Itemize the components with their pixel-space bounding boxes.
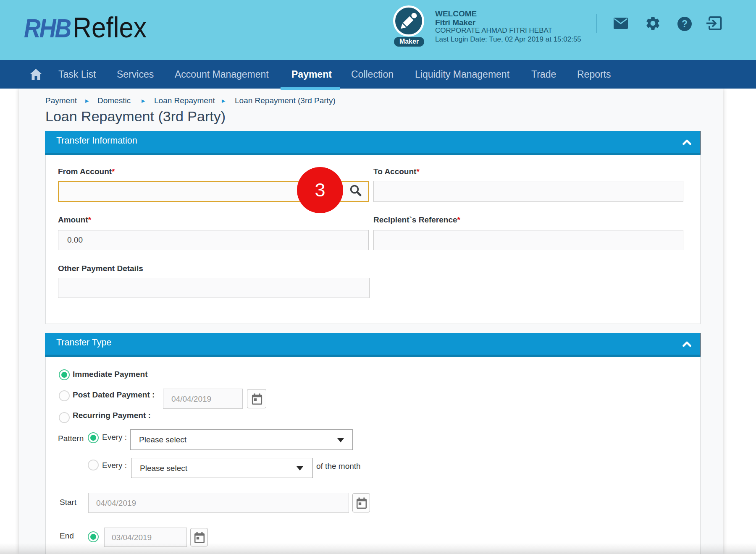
svg-text:?: ?	[682, 18, 688, 29]
